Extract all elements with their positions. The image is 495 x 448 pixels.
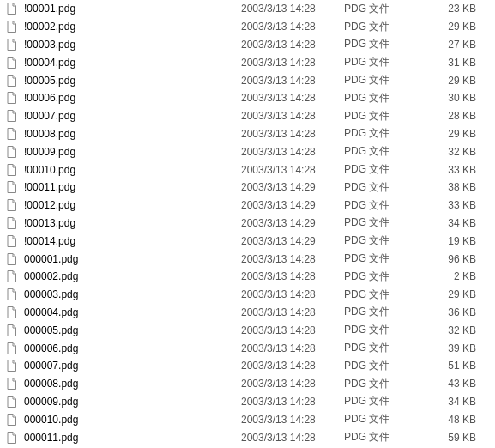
file-icon xyxy=(5,91,19,105)
file-icon xyxy=(5,216,19,230)
file-size: 33 KB xyxy=(421,164,481,176)
file-size: 96 KB xyxy=(421,253,481,265)
file-type: PDG 文件 xyxy=(344,2,421,16)
file-icon xyxy=(5,163,19,177)
file-date: 2003/3/13 14:28 xyxy=(241,39,344,51)
file-row[interactable]: !00003.pdg2003/3/13 14:28PDG 文件27 KB xyxy=(0,36,495,54)
file-name: 000011.pdg xyxy=(24,432,78,444)
file-date: 2003/3/13 14:28 xyxy=(241,3,344,15)
file-date: 2003/3/13 14:28 xyxy=(241,414,344,426)
file-row[interactable]: !00005.pdg2003/3/13 14:28PDG 文件29 KB xyxy=(0,71,495,89)
file-name-cell: !00013.pdg xyxy=(5,216,241,230)
file-row[interactable]: 000007.pdg2003/3/13 14:28PDG 文件51 KB xyxy=(0,357,495,375)
file-icon xyxy=(5,38,19,51)
file-size: 51 KB xyxy=(421,360,481,372)
file-row[interactable]: 000010.pdg2003/3/13 14:28PDG 文件48 KB xyxy=(0,410,495,428)
file-icon xyxy=(5,180,19,194)
file-date: 2003/3/13 14:29 xyxy=(241,217,344,229)
file-row[interactable]: 000005.pdg2003/3/13 14:28PDG 文件32 KB xyxy=(0,321,495,339)
file-size: 48 KB xyxy=(421,414,481,426)
file-row[interactable]: !00002.pdg2003/3/13 14:28PDG 文件29 KB xyxy=(0,18,495,36)
file-icon xyxy=(5,56,19,70)
file-date: 2003/3/13 14:28 xyxy=(241,432,344,444)
file-date: 2003/3/13 14:28 xyxy=(241,378,344,390)
file-type: PDG 文件 xyxy=(344,215,421,230)
file-row[interactable]: 000011.pdg2003/3/13 14:28PDG 文件59 KB xyxy=(0,428,495,446)
file-name: !00008.pdg xyxy=(24,128,75,140)
file-name-cell: 000001.pdg xyxy=(5,252,241,266)
file-name: 000001.pdg xyxy=(24,253,78,265)
file-row[interactable]: 000003.pdg2003/3/13 14:28PDG 文件29 KB xyxy=(0,286,495,304)
file-name-cell: !00001.pdg xyxy=(5,2,241,15)
file-row[interactable]: !00011.pdg2003/3/13 14:29PDG 文件38 KB xyxy=(0,179,495,197)
file-type: PDG 文件 xyxy=(344,37,421,51)
file-row[interactable]: 000006.pdg2003/3/13 14:28PDG 文件39 KB xyxy=(0,339,495,357)
file-row[interactable]: !00012.pdg2003/3/13 14:29PDG 文件33 KB xyxy=(0,197,495,215)
file-row[interactable]: 000004.pdg2003/3/13 14:28PDG 文件36 KB xyxy=(0,304,495,322)
file-name: 000005.pdg xyxy=(24,324,78,336)
file-row[interactable]: !00006.pdg2003/3/13 14:28PDG 文件30 KB xyxy=(0,89,495,107)
file-size: 2 KB xyxy=(421,270,481,282)
file-size: 23 KB xyxy=(421,3,481,15)
file-row[interactable]: !00004.pdg2003/3/13 14:28PDG 文件31 KB xyxy=(0,53,495,71)
file-name: !00012.pdg xyxy=(24,199,75,211)
file-name: !00010.pdg xyxy=(24,164,75,176)
file-row[interactable]: 000009.pdg2003/3/13 14:28PDG 文件34 KB xyxy=(0,393,495,411)
file-row[interactable]: !00008.pdg2003/3/13 14:28PDG 文件29 KB xyxy=(0,125,495,143)
file-icon xyxy=(5,359,19,372)
file-name-cell: !00002.pdg xyxy=(5,20,241,33)
file-size: 34 KB xyxy=(421,217,481,229)
file-date: 2003/3/13 14:28 xyxy=(241,324,344,336)
file-name-cell: 000003.pdg xyxy=(5,288,241,301)
file-type: PDG 文件 xyxy=(344,91,421,106)
file-row[interactable]: !00013.pdg2003/3/13 14:29PDG 文件34 KB xyxy=(0,215,495,233)
file-name-cell: !00004.pdg xyxy=(5,56,241,70)
file-row[interactable]: 000002.pdg2003/3/13 14:28PDG 文件2 KB xyxy=(0,268,495,286)
file-name: !00009.pdg xyxy=(24,146,75,158)
file-icon xyxy=(5,431,19,445)
file-icon xyxy=(5,145,19,159)
file-name: !00011.pdg xyxy=(24,181,75,193)
file-name-cell: !00008.pdg xyxy=(5,127,241,141)
file-name-cell: 000005.pdg xyxy=(5,324,241,337)
file-name: !00002.pdg xyxy=(24,21,75,33)
file-type: PDG 文件 xyxy=(344,377,421,391)
file-row[interactable]: 000001.pdg2003/3/13 14:28PDG 文件96 KB xyxy=(0,250,495,268)
file-date: 2003/3/13 14:28 xyxy=(241,396,344,408)
file-date: 2003/3/13 14:29 xyxy=(241,199,344,211)
file-name-cell: !00006.pdg xyxy=(5,91,241,105)
file-name-cell: 000008.pdg xyxy=(5,377,241,390)
file-size: 29 KB xyxy=(421,128,481,140)
file-icon xyxy=(5,288,19,301)
file-row[interactable]: 000008.pdg2003/3/13 14:28PDG 文件43 KB xyxy=(0,375,495,393)
file-name: !00013.pdg xyxy=(24,217,75,229)
file-name: 000009.pdg xyxy=(24,396,78,408)
file-row[interactable]: !00009.pdg2003/3/13 14:28PDG 文件32 KB xyxy=(0,142,495,160)
file-icon xyxy=(5,269,19,283)
file-type: PDG 文件 xyxy=(344,251,421,266)
file-icon xyxy=(5,252,19,266)
file-date: 2003/3/13 14:28 xyxy=(241,164,344,176)
file-type: PDG 文件 xyxy=(344,288,421,302)
file-row[interactable]: !00010.pdg2003/3/13 14:28PDG 文件33 KB xyxy=(0,160,495,179)
file-row[interactable]: !00014.pdg2003/3/13 14:29PDG 文件19 KB xyxy=(0,232,495,250)
file-name: !00003.pdg xyxy=(24,39,75,51)
file-date: 2003/3/13 14:28 xyxy=(241,75,344,87)
file-size: 38 KB xyxy=(421,181,481,193)
file-icon xyxy=(5,2,19,15)
file-date: 2003/3/13 14:28 xyxy=(241,270,344,282)
file-name-cell: 000006.pdg xyxy=(5,342,241,355)
file-icon xyxy=(5,127,19,141)
file-name-cell: !00010.pdg xyxy=(5,163,241,177)
file-type: PDG 文件 xyxy=(344,180,421,195)
file-size: 59 KB xyxy=(421,432,481,444)
file-icon xyxy=(5,342,19,355)
file-row[interactable]: !00007.pdg2003/3/13 14:28PDG 文件28 KB xyxy=(0,107,495,125)
file-row[interactable]: !00001.pdg2003/3/13 14:28PDG 文件23 KB xyxy=(0,0,495,18)
file-size: 31 KB xyxy=(421,57,481,69)
file-type: PDG 文件 xyxy=(344,305,421,319)
file-type: PDG 文件 xyxy=(344,341,421,355)
file-size: 36 KB xyxy=(421,306,481,318)
file-name: 000004.pdg xyxy=(24,306,78,318)
file-size: 19 KB xyxy=(421,235,481,247)
